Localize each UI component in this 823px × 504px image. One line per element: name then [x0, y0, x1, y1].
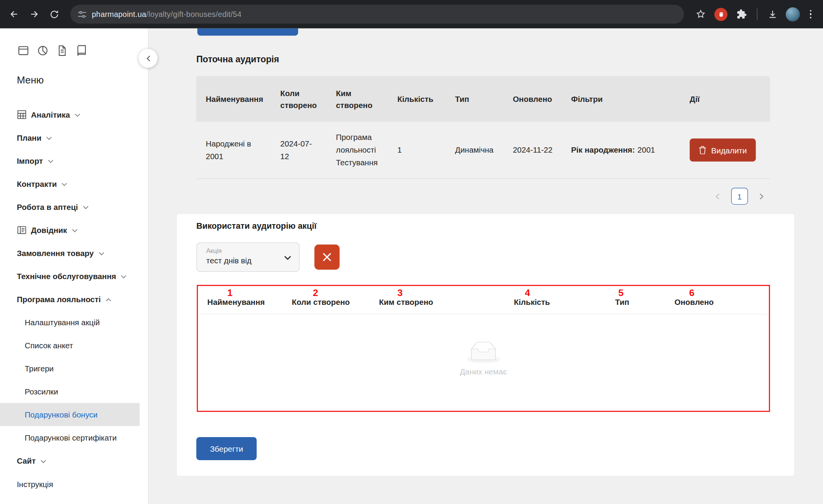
sidebar-subitem-gift-certificates[interactable]: Подарункові сертифікати [0, 426, 148, 449]
browser-forward-button[interactable] [24, 4, 44, 24]
profile-button[interactable] [784, 5, 801, 23]
sidebar-item-label: Інструкція [17, 479, 53, 488]
book-icon[interactable] [75, 44, 88, 57]
sidebar-item-label: Плани [17, 133, 42, 142]
sidebar-item-label: Імпорт [17, 156, 43, 165]
grid-icon [17, 110, 27, 119]
browser-back-button[interactable] [4, 4, 24, 24]
bookmark-star-button[interactable] [691, 5, 709, 23]
site-settings-icon[interactable] [78, 10, 87, 18]
chevron-down-icon [46, 136, 52, 140]
chevron-down-icon [75, 113, 80, 117]
trash-icon [699, 146, 706, 154]
column-header-created-at: Коли створено [282, 286, 370, 314]
column-header-name: Найменування [196, 76, 271, 122]
chevron-left-icon [715, 193, 720, 200]
sidebar-item-label: Робота в аптеці [17, 202, 78, 211]
main-content: Поточна аудиторія Найменування Коли ство… [149, 28, 823, 504]
cell-quantity: 1 [388, 122, 446, 178]
sidebar-subitem-triggers[interactable]: Тригери [0, 357, 148, 380]
save-button[interactable]: Зберегти [196, 437, 257, 460]
cell-actions: Видалити [680, 122, 770, 178]
chevron-down-icon [121, 274, 127, 278]
delete-button-label: Видалити [711, 146, 747, 155]
browser-toolbar: pharmapoint.ua/loyalty/gift-bonuses/edit… [0, 0, 823, 28]
sidebar-collapse-button[interactable] [138, 49, 157, 68]
chevron-up-icon [105, 298, 111, 302]
arrow-right-icon [29, 9, 39, 19]
sidebar-item-contracts[interactable]: Контракти [0, 172, 148, 195]
sidebar-item-import[interactable]: Імпорт [0, 149, 148, 172]
promo-audience-title: Використати аудиторію акції [196, 221, 317, 231]
cell-type: Динамічна [446, 122, 503, 178]
sidebar-subitem-promo-settings[interactable]: Налаштування акцій [0, 311, 148, 334]
sidebar-item-goods-order[interactable]: Замовлення товару [0, 241, 148, 264]
column-header-filters: Фільтри [561, 76, 680, 122]
chevron-left-icon [146, 55, 150, 62]
cell-name: Народжені в 2001 [196, 122, 271, 178]
downloads-button[interactable] [763, 5, 781, 23]
sidebar-item-label: Технічне обслуговування [17, 271, 116, 280]
pagination-page-1[interactable]: 1 [731, 188, 748, 205]
pie-chart-icon[interactable] [36, 44, 49, 57]
sidebar-subitem-label: Тригери [25, 364, 53, 373]
document-icon[interactable] [56, 44, 68, 57]
pagination-next-button[interactable] [753, 188, 770, 205]
clear-promo-button[interactable] [315, 245, 340, 270]
empty-state: Даних немає [198, 341, 769, 376]
sidebar-item-directory[interactable]: Довідник [0, 218, 148, 241]
avatar [786, 7, 800, 21]
cell-filters: Рік народження:2001 [561, 122, 680, 178]
reload-icon [49, 9, 59, 19]
browser-reload-button[interactable] [44, 4, 64, 24]
sidebar-subitem-label: Подарункові сертифікати [25, 433, 117, 442]
sidebar-item-site[interactable]: Сайт [0, 449, 148, 472]
sidebar-item-instruction[interactable]: Інструкція [0, 472, 148, 495]
promo-select-value: тест днів від [206, 256, 278, 265]
sidebar-subitem-mailings[interactable]: Розсилки [0, 380, 148, 403]
column-header-updated-at: Оновлено [665, 286, 769, 314]
annotation-number-1: 1 [227, 288, 233, 299]
list-icon [17, 225, 27, 234]
column-header-created-at: Коли створено [271, 76, 327, 122]
sidebar-item-loyalty-program[interactable]: Програма лояльності [0, 288, 148, 311]
annotation-number-3: 3 [397, 288, 403, 299]
app-window-icon[interactable] [17, 44, 30, 57]
pagination-prev-button[interactable] [709, 188, 726, 205]
sidebar-item-maintenance[interactable]: Технічне обслуговування [0, 264, 148, 288]
sidebar-item-label: Аналітика [31, 110, 70, 119]
chevron-down-icon [83, 205, 88, 209]
sidebar-item-analytics[interactable]: Аналітика [0, 103, 148, 126]
sidebar-item-plans[interactable]: Плани [0, 126, 148, 149]
column-header-quantity: Кількість [388, 76, 446, 122]
sidebar-nav: Аналітика Плани Імпорт Контракти Робота … [0, 103, 148, 496]
promo-select[interactable]: Акція тест днів від [196, 243, 300, 272]
table-header-row: Найменування Коли створено Ким створено … [196, 76, 770, 122]
chevron-down-icon [284, 256, 291, 260]
cell-updated-at: 2024-11-22 [503, 122, 561, 178]
annotation-number-4: 4 [525, 288, 530, 299]
sidebar-subitem-gift-bonuses[interactable]: Подарункові бонуси [0, 403, 140, 426]
download-icon [767, 9, 778, 19]
sidebar-subitem-questionnaire-list[interactable]: Список анкет [0, 334, 148, 357]
browser-actions [691, 5, 819, 23]
sidebar-subitem-label: Список анкет [25, 341, 73, 349]
column-header-actions: Дії [680, 76, 770, 122]
puzzle-icon [736, 9, 746, 19]
extensions-button[interactable] [733, 5, 750, 23]
empty-state-text: Даних немає [460, 367, 507, 376]
delete-button[interactable]: Видалити [690, 138, 756, 161]
partially-visible-button[interactable] [197, 28, 298, 36]
chevron-right-icon [759, 193, 765, 200]
sidebar-item-label: Замовлення товару [17, 248, 94, 257]
chevron-down-icon [40, 459, 46, 463]
sidebar-item-pharmacy-work[interactable]: Робота в аптеці [0, 195, 148, 218]
promo-select-label: Акція [206, 247, 278, 254]
address-bar[interactable]: pharmapoint.ua/loyalty/gift-bonuses/edit… [70, 5, 684, 23]
chevron-down-icon [48, 159, 53, 163]
red-extension-icon [714, 8, 727, 21]
browser-menu-button[interactable] [805, 10, 817, 19]
close-icon [322, 252, 332, 262]
sidebar-subitem-label: Розсилки [25, 387, 58, 396]
adblock-extension-button[interactable] [712, 5, 730, 23]
